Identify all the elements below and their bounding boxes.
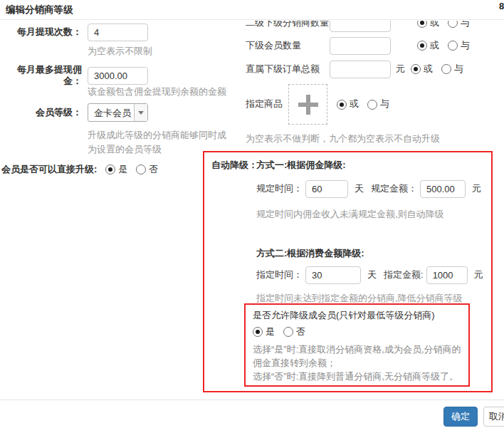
- method1-time-unit: 天: [355, 183, 364, 194]
- direct-order-total-input[interactable]: [330, 61, 391, 78]
- method1-amount-unit: 元: [472, 183, 481, 194]
- withdraw-times-input[interactable]: [88, 24, 148, 41]
- specified-product-label: 指定商品: [246, 98, 283, 110]
- direct-order-total-row: 直属下级订单总额 元 或 与: [246, 60, 463, 78]
- select-caret-area: [134, 104, 147, 121]
- method1-heading: 方式一:根据佣金降级:: [256, 160, 346, 171]
- second-level-distributors-row: 二级下级分销商数量 或 与: [246, 21, 470, 32]
- second-level-and-radio[interactable]: [448, 21, 458, 28]
- direct-upgrade-yes-radio[interactable]: [105, 165, 115, 174]
- auto-downgrade-section: 自动降级： 方式一:根据佣金降级: 规定时间： 天 规定金额： 元 规定时间内佣…: [203, 151, 493, 392]
- direct-order-and-radio[interactable]: [441, 64, 451, 74]
- member-level-select[interactable]: 金卡会员: [88, 103, 148, 122]
- direct-upgrade-no-label: 否: [149, 164, 158, 175]
- member-level-row: 会员等级： 金卡会员: [0, 103, 148, 122]
- specified-product-and-label: 与: [380, 98, 389, 110]
- specified-product-or-label: 或: [350, 98, 359, 110]
- specified-product-row: 指定商品 或 与: [246, 84, 389, 125]
- second-level-or-label: 或: [430, 21, 439, 28]
- member-level-selected-value: 金卡会员: [88, 104, 134, 121]
- direct-upgrade-yes-label: 是: [118, 164, 127, 175]
- chevron-down-icon: [138, 111, 144, 115]
- sub-members-or-label: 或: [430, 40, 439, 51]
- method2-time-unit: 天: [367, 269, 377, 281]
- upgrade-conditions-panel: 二级下级分销商数量 或 与 下级会员数量 或 与 直属下级订单总额 元: [246, 21, 496, 146]
- allow-downgrade-no-radio[interactable]: [283, 327, 293, 337]
- second-level-distributors-radio-group: 或 与: [417, 21, 470, 28]
- allow-downgrade-desc-no: 选择“否”时:直接降到普通分销商,无分销商等级了。: [253, 370, 461, 383]
- specified-product-and-radio[interactable]: [367, 100, 377, 110]
- sub-members-and-label: 与: [461, 40, 470, 51]
- withdraw-times-row: 每月提现次数：: [0, 24, 148, 41]
- second-level-and-label: 与: [461, 21, 470, 28]
- max-commission-input[interactable]: [88, 67, 148, 85]
- method2-time-label: 指定时间：: [256, 269, 303, 281]
- second-level-distributors-input[interactable]: [330, 21, 391, 32]
- sub-members-row: 下级会员数量 或 与: [246, 36, 470, 55]
- footer-divider: [0, 400, 504, 400]
- allow-downgrade-yes-radio[interactable]: [253, 327, 263, 337]
- edit-distributor-level-modal: 编辑分销商等级 8 每月提现次数： 为空表示不限制 每月最多提现佣金： 该金额包…: [0, 0, 504, 428]
- upgrade-conditions-hint: 为空表示不做判断，九个都为空表示不自动升级: [246, 133, 440, 145]
- method1-time-label: 规定时间：: [256, 183, 303, 194]
- method2-amount-input[interactable]: [426, 266, 468, 284]
- withdraw-times-label: 每月提现次数：: [0, 26, 82, 38]
- withdraw-times-hint: 为空表示不限制: [88, 46, 152, 57]
- allow-downgrade-radio-group: 是 否: [253, 326, 461, 340]
- method1-inputs-row: 规定时间： 天 规定金额： 元: [256, 179, 481, 198]
- second-level-distributors-label: 二级下级分销商数量: [246, 21, 330, 28]
- max-commission-label: 每月最多提现佣金：: [0, 64, 82, 88]
- sub-members-input[interactable]: [330, 37, 391, 55]
- specified-product-radio-group: 或 与: [337, 98, 389, 110]
- clipped-character: 8: [499, 1, 504, 12]
- allow-downgrade-no-label: 否: [296, 326, 305, 338]
- second-level-or-radio[interactable]: [417, 21, 427, 28]
- direct-upgrade-row: 会员是否可以直接升级: 是 否: [1, 164, 158, 175]
- add-product-button[interactable]: [288, 84, 327, 125]
- method1-time-input[interactable]: [305, 180, 348, 198]
- method2-time-input[interactable]: [305, 266, 361, 284]
- allow-downgrade-question: 是否允许降级成会员(只针对最低等级分销商): [253, 310, 461, 321]
- method2-inputs-row: 指定时间： 天 指定金额: 元: [256, 266, 483, 284]
- method1-amount-label: 规定金额：: [371, 183, 417, 194]
- method2-hint: 指定时间未达到指定金额的分销商,降低分销商等级: [256, 293, 463, 304]
- plus-icon: [298, 95, 318, 115]
- sub-members-label: 下级会员数量: [246, 40, 330, 51]
- allow-downgrade-desc-yes: 选择“是”时:直接取消分销商资格,成为会员,分销商的佣金直接转到余额；: [253, 343, 461, 370]
- method1-amount-input[interactable]: [420, 180, 466, 198]
- direct-order-total-label: 直属下级订单总额: [246, 63, 330, 75]
- max-commission-hint: 该金额包含佣金提现到余额的金额: [88, 86, 226, 98]
- page-title: 编辑分销商等级: [6, 4, 73, 16]
- sub-members-radio-group: 或 与: [417, 40, 470, 51]
- header-divider: [0, 19, 504, 20]
- method2-heading: 方式二:根据消费金额降级:: [256, 248, 364, 259]
- confirm-button[interactable]: 确定: [443, 407, 478, 427]
- direct-upgrade-no-radio[interactable]: [136, 165, 146, 174]
- auto-downgrade-label: 自动降级：: [211, 160, 258, 171]
- direct-order-total-unit: 元: [396, 63, 405, 75]
- direct-upgrade-radio-group: 是 否: [105, 164, 158, 175]
- allow-downgrade-yes-label: 是: [266, 326, 275, 338]
- allow-downgrade-to-member-box: 是否允许降级成会员(只针对最低等级分销商) 是 否 选择“是”时:直接取消分销商…: [244, 303, 470, 387]
- member-level-label: 会员等级：: [0, 107, 82, 118]
- direct-order-or-label: 或: [424, 63, 433, 75]
- direct-order-and-label: 与: [454, 63, 463, 75]
- method1-hint: 规定时间内佣金收入未满规定金额,则自动降级: [256, 209, 444, 220]
- direct-order-or-radio[interactable]: [411, 64, 421, 74]
- method2-amount-unit: 元: [474, 269, 483, 281]
- max-commission-row: 每月最多提现佣金：: [0, 64, 148, 88]
- sub-members-or-radio[interactable]: [417, 41, 427, 51]
- specified-product-or-radio[interactable]: [337, 100, 347, 110]
- direct-order-radio-group: 或 与: [411, 63, 463, 75]
- direct-upgrade-label: 会员是否可以直接升级:: [1, 164, 97, 175]
- cancel-button[interactable]: 取消: [483, 407, 504, 427]
- sub-members-and-radio[interactable]: [448, 41, 458, 51]
- method2-amount-label: 指定金额:: [384, 269, 424, 281]
